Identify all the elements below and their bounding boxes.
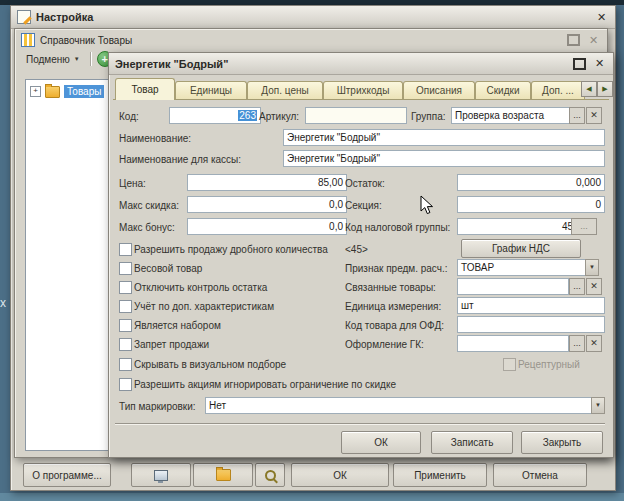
unit-input[interactable]: шт xyxy=(457,297,605,314)
dialog-ok-button[interactable]: ОК xyxy=(341,431,421,454)
settings-title: Настройка xyxy=(36,11,93,23)
tab-scroll-right-icon[interactable]: ▶ xyxy=(597,81,613,97)
chevron-down-icon[interactable]: ▼ xyxy=(585,259,599,276)
catalog-titlebar[interactable]: Справочник Товары ✕ xyxy=(15,29,607,47)
group-input[interactable]: Проверка возраста xyxy=(451,107,571,124)
product-dialog: Энергетик "Бодрый" ✕ Товар Единицы Доп. … xyxy=(108,52,614,458)
computer-button[interactable] xyxy=(131,463,191,487)
extra-characteristics-checkbox[interactable] xyxy=(119,300,132,313)
submenu-button[interactable]: Подменю ▼ xyxy=(21,53,85,66)
price-input[interactable]: 85,00 xyxy=(187,174,347,191)
chevron-down-icon: ▼ xyxy=(74,56,80,62)
tab-extra-prices[interactable]: Доп. цены xyxy=(247,81,323,99)
tax-group-picker-icon[interactable]: ... xyxy=(571,218,597,235)
settings-titlebar[interactable]: Настройка ✕ xyxy=(11,6,615,29)
tab-more[interactable]: Доп. ... xyxy=(531,81,585,99)
dialog-close-button[interactable]: Закрыть xyxy=(521,431,603,454)
ofd-code-label: Код товара для ОФД: xyxy=(345,318,444,333)
catalog-close-icon[interactable]: ✕ xyxy=(586,33,601,47)
screen-bottom-edge xyxy=(0,493,624,501)
is-set-checkbox[interactable] xyxy=(119,319,132,332)
related-products-picker-icon[interactable]: ... xyxy=(569,278,585,295)
max-discount-input[interactable]: 0,0 xyxy=(187,196,347,213)
max-bonus-input[interactable]: 0,0 xyxy=(187,218,347,235)
dialog-maximize-icon[interactable] xyxy=(572,57,587,71)
fractional-sale-label: Разрешить продажу дробного количества xyxy=(134,242,328,257)
gk-design-input[interactable] xyxy=(457,335,569,352)
mouse-cursor xyxy=(420,195,434,215)
code-input[interactable]: 263 xyxy=(169,107,261,124)
stock-control-off-checkbox[interactable] xyxy=(119,281,132,294)
submenu-label: Подменю xyxy=(26,54,70,65)
tab-units[interactable]: Единицы xyxy=(175,81,247,99)
stock-input[interactable]: 0,000 xyxy=(457,174,605,191)
name-label: Наименование: xyxy=(119,131,191,146)
sale-ban-label: Запрет продажи xyxy=(134,337,209,352)
folder-icon xyxy=(45,86,60,98)
related-products-label: Связанные товары: xyxy=(345,280,436,295)
stock-label: Остаток: xyxy=(345,176,385,191)
weight-product-label: Весовой товар xyxy=(134,261,202,276)
fractional-sale-checkbox[interactable] xyxy=(119,243,132,256)
promo-ignore-limit-label: Разрешить акциям игнорировать ограничени… xyxy=(134,377,396,392)
stock-control-off-label: Отключить контроль остатка xyxy=(134,280,267,295)
sale-ban-checkbox[interactable] xyxy=(119,338,132,351)
screen: x Настройка ✕ О программе... ОК Применит… xyxy=(0,0,624,501)
tab-product[interactable]: Товар xyxy=(115,78,175,100)
search-button[interactable] xyxy=(255,463,285,487)
settings-apply-button[interactable]: Применить xyxy=(393,463,487,487)
cash-name-input[interactable]: Энергетик "Бодрый" xyxy=(283,150,605,167)
hide-in-visual-picker-checkbox[interactable] xyxy=(119,358,132,371)
settings-cancel-button[interactable]: Отмена xyxy=(493,463,587,487)
about-button[interactable]: О программе... xyxy=(23,463,111,487)
gk-design-picker-icon[interactable]: ... xyxy=(569,335,585,352)
tab-descriptions[interactable]: Описания xyxy=(403,81,475,99)
related-products-input[interactable] xyxy=(457,278,569,295)
expand-icon[interactable]: + xyxy=(30,86,41,97)
article-input[interactable] xyxy=(305,107,407,124)
calc-subject-value: ТОВАР xyxy=(461,262,494,273)
folder-icon xyxy=(216,469,231,481)
marking-type-label: Тип маркировки: xyxy=(119,399,196,414)
group-picker-icon[interactable]: ... xyxy=(569,107,585,124)
cash-name-label: Наименование для кассы: xyxy=(119,152,241,167)
article-label: Артикул: xyxy=(259,109,299,124)
catalog-maximize-icon[interactable] xyxy=(566,33,581,47)
name-input[interactable]: Энергетик "Бодрый" xyxy=(283,129,605,146)
tax-group-input[interactable]: 45 xyxy=(457,218,577,235)
dialog-save-button[interactable]: Записать xyxy=(431,431,513,454)
settings-close-icon[interactable]: ✕ xyxy=(594,10,609,24)
ofd-code-input[interactable] xyxy=(457,316,605,333)
settings-icon xyxy=(17,10,31,24)
group-clear-icon[interactable]: ✕ xyxy=(586,107,602,124)
promo-ignore-limit-checkbox[interactable] xyxy=(119,378,132,391)
gk-design-label: Оформление ГК: xyxy=(345,337,424,352)
chevron-down-icon[interactable]: ▼ xyxy=(591,397,605,414)
tax-group-hint: <45> xyxy=(345,242,368,257)
vat-schedule-button[interactable]: График НДС xyxy=(461,239,581,258)
tab-discounts[interactable]: Скидки xyxy=(475,81,531,99)
catalog-title: Справочник Товары xyxy=(40,35,132,46)
gk-design-clear-icon[interactable]: ✕ xyxy=(586,335,602,352)
marking-type-value: Нет xyxy=(209,400,226,411)
price-label: Цена: xyxy=(119,176,146,191)
toolbar-separator xyxy=(90,52,92,66)
tab-barcodes[interactable]: Штрихкоды xyxy=(323,81,403,99)
marking-type-dropdown[interactable]: Нет ▼ xyxy=(205,397,605,414)
related-products-clear-icon[interactable]: ✕ xyxy=(586,278,602,295)
extra-characteristics-label: Учёт по доп. характеристикам xyxy=(134,299,274,314)
dialog-close-icon[interactable]: ✕ xyxy=(592,57,607,71)
folder-button[interactable] xyxy=(193,463,253,487)
weight-product-checkbox[interactable] xyxy=(119,262,132,275)
stray-close-glyph: x xyxy=(0,296,6,310)
unit-label: Единица измерения: xyxy=(345,299,441,314)
section-input[interactable]: 0 xyxy=(457,196,605,213)
tab-scroll-left-icon[interactable]: ◀ xyxy=(581,81,597,97)
code-label: Код: xyxy=(119,109,139,124)
calc-subject-dropdown[interactable]: ТОВАР ▼ xyxy=(457,259,599,276)
dialog-tabs: Товар Единицы Доп. цены Штрихкоды Описан… xyxy=(113,77,609,100)
settings-ok-button[interactable]: ОК xyxy=(291,463,389,487)
section-label: Секция: xyxy=(345,198,382,213)
recipe-label: Рецептурный xyxy=(518,357,580,372)
dialog-titlebar[interactable]: Энергетик "Бодрый" ✕ xyxy=(109,53,613,75)
